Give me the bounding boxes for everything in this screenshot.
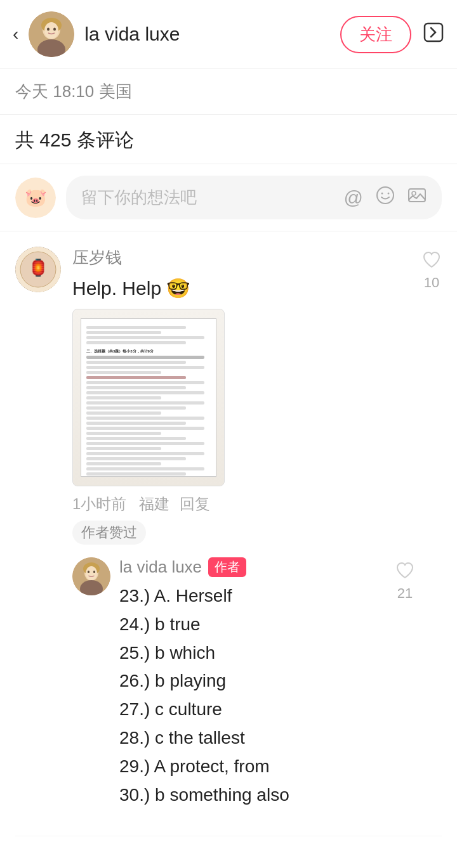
avatar <box>29 11 74 57</box>
reply-text-content: 23.) A. Herself24.) b true25.) b which26… <box>119 582 388 809</box>
comment-input-box[interactable]: 留下你的想法吧 @ <box>66 176 442 219</box>
avatar-image <box>29 11 74 57</box>
comment-placeholder[interactable]: 留下你的想法吧 <box>81 186 344 209</box>
svg-point-9 <box>381 193 383 195</box>
comment-item: 🏮 压岁钱 Help. Help 🤓 <box>15 231 442 836</box>
svg-point-6 <box>53 28 56 31</box>
reply-line: 27.) c culture <box>119 696 388 724</box>
post-time-location: 今天 18:10 美国 <box>15 82 132 101</box>
follow-button[interactable]: 关注 <box>340 16 411 53</box>
reply-body: la vida luxe 作者 23.) A. Herself24.) b tr… <box>119 557 388 814</box>
like-count: 10 <box>424 275 439 291</box>
reply-like-icon[interactable] <box>395 560 415 585</box>
user-avatar: 🐷 <box>15 178 56 218</box>
reply-avatar-image <box>72 557 110 595</box>
user-avatar-image: 🐷 <box>15 178 56 218</box>
reply-line: 29.) A protect, from <box>119 753 388 781</box>
comment-text: Help. Help 🤓 <box>72 274 415 302</box>
reply-avatar <box>72 557 110 595</box>
reply-line: 28.) c the tallest <box>119 724 388 753</box>
meta-bar: 今天 18:10 美国 <box>0 69 457 115</box>
input-icons: @ <box>344 186 427 209</box>
svg-point-22 <box>93 571 95 573</box>
comment-time: 1小时前 福建 <box>72 494 169 514</box>
comment-image-inner: 二、选择题（共3题）每小3分，共计9分 <box>73 309 224 486</box>
reply-comment: la vida luxe 作者 23.) A. Herself24.) b tr… <box>72 545 415 820</box>
comment-body: 压岁钱 Help. Help 🤓 二、选择题（共3题）每小3分，共计9分 <box>72 247 415 820</box>
reply-line: 25.) b which <box>119 639 388 668</box>
commenter-name: 压岁钱 <box>72 247 415 269</box>
svg-point-12 <box>412 191 416 195</box>
emoji-icon[interactable] <box>376 186 395 209</box>
comment-like-area: 10 <box>415 249 442 820</box>
reply-line: 26.) b playing <box>119 667 388 696</box>
comment-footer: 1小时前 福建 回复 <box>72 494 415 514</box>
header: ‹ la vida luxe 关注 <box>0 0 457 69</box>
svg-point-4 <box>44 22 58 39</box>
reply-line: 23.) A. Herself <box>119 582 388 611</box>
reply-button[interactable]: 回复 <box>180 494 210 514</box>
like-icon[interactable] <box>421 249 442 275</box>
svg-point-21 <box>88 571 89 573</box>
exam-paper: 二、选择题（共3题）每小3分，共计9分 <box>81 318 216 477</box>
profile-name: la vida luxe <box>84 23 340 45</box>
at-icon[interactable]: @ <box>344 187 363 209</box>
comments-section: 🏮 压岁钱 Help. Help 🤓 <box>0 231 457 836</box>
commenter-avatar: 🏮 <box>15 247 61 292</box>
svg-point-8 <box>377 187 394 204</box>
comment-count: 共 425 条评论 <box>0 115 457 164</box>
svg-text:🏮: 🏮 <box>28 257 49 278</box>
liked-badge: 作者赞过 <box>72 521 146 545</box>
svg-point-20 <box>86 566 97 580</box>
comment-input-row: 🐷 留下你的想法吧 @ <box>0 164 457 231</box>
reply-like-count: 21 <box>397 585 413 602</box>
comment-image[interactable]: 二、选择题（共3题）每小3分，共计9分 <box>72 309 225 486</box>
commenter-avatar-image: 🏮 <box>15 247 61 292</box>
back-button[interactable]: ‹ <box>13 24 18 44</box>
svg-point-5 <box>47 28 50 31</box>
svg-rect-11 <box>409 189 425 202</box>
reply-username: la vida luxe 作者 <box>119 557 388 577</box>
reply-line: 24.) b true <box>119 611 388 639</box>
image-upload-icon[interactable] <box>407 186 427 209</box>
reply-line: 30.) b something also <box>119 781 388 810</box>
svg-rect-7 <box>425 23 442 41</box>
reply-like-area: 21 <box>388 560 415 814</box>
svg-point-10 <box>388 193 390 195</box>
author-badge: 作者 <box>208 557 246 577</box>
share-button[interactable] <box>423 22 444 48</box>
